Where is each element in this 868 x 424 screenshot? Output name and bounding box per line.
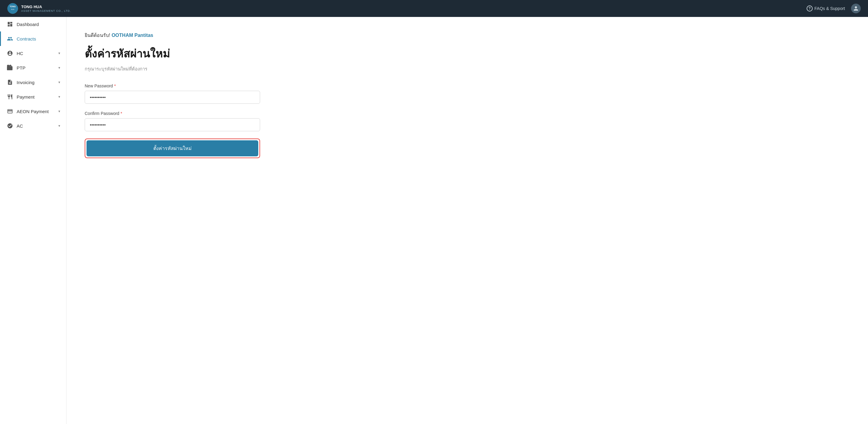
sidebar-label-dashboard: Dashboard — [17, 22, 39, 27]
sidebar-label-ac: AC — [17, 123, 23, 128]
payment-icon — [7, 94, 13, 100]
sidebar-item-dashboard[interactable]: Dashboard — [0, 17, 66, 31]
app-header: TONG HUA TONG HUA ASSET MANAGEMENT CO., … — [0, 0, 868, 17]
required-star-new: * — [114, 84, 116, 88]
svg-text:TONG: TONG — [10, 5, 16, 7]
faq-icon: ? — [807, 5, 813, 11]
main-content: ยินดีต้อนรับ! OOTHAM Pantitas ตั้งค่ารหั… — [66, 17, 868, 424]
sidebar-label-contracts: Contracts — [17, 36, 36, 41]
user-icon — [853, 6, 859, 11]
submit-button[interactable]: ตั้งค่ารหัสผ่านใหม่ — [87, 140, 258, 156]
dashboard-icon — [7, 21, 13, 27]
chevron-down-icon-ac: ▾ — [58, 124, 60, 128]
sidebar: Dashboard Contracts HC ▾ — [0, 17, 66, 424]
logo-icon: TONG HUA — [7, 3, 18, 14]
sidebar-label-hc: HC — [17, 51, 23, 56]
chevron-down-icon-invoicing: ▾ — [58, 80, 60, 84]
contracts-icon — [7, 36, 13, 42]
sidebar-item-ptp[interactable]: PTP ▾ — [0, 60, 66, 75]
user-avatar[interactable] — [851, 4, 861, 13]
faq-label: FAQs & Support — [814, 6, 845, 11]
chevron-down-icon-aeon: ▾ — [58, 109, 60, 113]
ptp-icon — [7, 65, 13, 71]
aeon-payment-icon — [7, 108, 13, 114]
password-form: New Password * Confirm Password * ตั้งค่… — [85, 84, 260, 158]
confirm-password-label: Confirm Password * — [85, 111, 260, 116]
logo-brand: TONG HUA — [21, 4, 71, 9]
welcome-prefix: ยินดีต้อนรับ! — [85, 33, 110, 38]
new-password-label: New Password * — [85, 84, 260, 88]
sidebar-item-invoicing[interactable]: Invoicing ▾ — [0, 75, 66, 90]
invoicing-icon — [7, 79, 13, 85]
logo-text-block: TONG HUA ASSET MANAGEMENT CO., LTD. — [21, 4, 71, 12]
sidebar-label-ptp: PTP — [17, 65, 25, 70]
confirm-password-input[interactable] — [85, 118, 260, 131]
chevron-down-icon: ▾ — [58, 51, 60, 55]
svg-text:HUA: HUA — [11, 8, 14, 10]
sidebar-label-invoicing: Invoicing — [17, 80, 34, 85]
sidebar-label-payment: Payment — [17, 94, 34, 99]
logo-subtitle: ASSET MANAGEMENT CO., LTD. — [21, 9, 71, 12]
sidebar-item-aeon-payment[interactable]: AEON Payment ▾ — [0, 104, 66, 119]
logo: TONG HUA TONG HUA ASSET MANAGEMENT CO., … — [7, 3, 71, 14]
hc-icon — [7, 50, 13, 56]
sidebar-item-contracts[interactable]: Contracts — [0, 31, 66, 46]
new-password-input[interactable] — [85, 91, 260, 104]
chevron-down-icon-payment: ▾ — [58, 95, 60, 99]
submit-button-wrapper: ตั้งค่ารหัสผ่านใหม่ — [85, 139, 260, 158]
header-right: ? FAQs & Support — [807, 4, 861, 13]
sidebar-item-hc[interactable]: HC ▾ — [0, 46, 66, 60]
page-title: ตั้งค่ารหัสผ่านใหม่ — [85, 45, 850, 62]
sidebar-label-aeon-payment: AEON Payment — [17, 109, 49, 114]
faq-link[interactable]: ? FAQs & Support — [807, 5, 845, 11]
required-star-confirm: * — [120, 111, 122, 116]
sidebar-item-ac[interactable]: AC ▾ — [0, 119, 66, 133]
page-subtitle: กรุณาระบุรหัสผ่านใหม่ที่ต้องการ — [85, 65, 850, 72]
ac-icon — [7, 123, 13, 129]
chevron-down-icon-ptp: ▾ — [58, 66, 60, 70]
welcome-text: ยินดีต้อนรับ! OOTHAM Pantitas — [85, 31, 850, 39]
new-password-field: New Password * — [85, 84, 260, 104]
welcome-name: OOTHAM Pantitas — [112, 33, 153, 38]
sidebar-item-payment[interactable]: Payment ▾ — [0, 90, 66, 104]
confirm-password-field: Confirm Password * — [85, 111, 260, 131]
